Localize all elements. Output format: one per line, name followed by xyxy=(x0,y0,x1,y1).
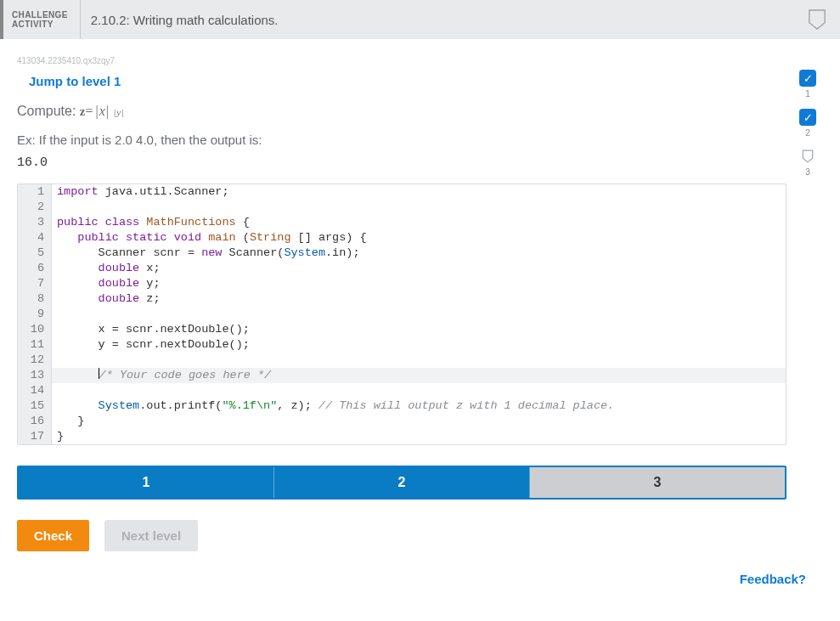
example-output: 16.0 xyxy=(17,155,823,170)
button-row: Check Next level xyxy=(17,520,823,551)
code-line[interactable]: 7 double y; xyxy=(18,276,786,291)
line-number: 6 xyxy=(18,261,52,276)
line-number: 5 xyxy=(18,246,52,261)
meta-id: 413034.2235410.qx3zqy7 xyxy=(17,56,823,65)
code-content[interactable]: double x; xyxy=(52,261,786,276)
code-content[interactable] xyxy=(52,200,786,215)
code-content[interactable]: System.out.printf("%.1f\n", z); // This … xyxy=(52,398,786,414)
abs-x: x xyxy=(95,104,110,119)
code-content[interactable] xyxy=(52,353,786,368)
status-item: 3 xyxy=(799,148,816,177)
exponent: y xyxy=(111,107,126,117)
code-content[interactable]: double y; xyxy=(52,276,786,291)
jump-to-level-link[interactable]: Jump to level 1 xyxy=(29,74,121,88)
line-number: 17 xyxy=(18,429,52,444)
line-number: 10 xyxy=(18,322,52,337)
line-number: 7 xyxy=(18,276,52,291)
code-content[interactable] xyxy=(52,307,786,322)
status-item: ✓1 xyxy=(799,70,816,99)
activity-header: CHALLENGE ACTIVITY 2.10.2: Writing math … xyxy=(0,0,840,39)
line-number: 3 xyxy=(18,215,52,230)
code-line[interactable]: 15 System.out.printf("%.1f\n", z); // Th… xyxy=(18,398,786,414)
line-number: 4 xyxy=(18,230,52,246)
line-number: 16 xyxy=(18,414,52,429)
content-area: ✓1✓23 413034.2235410.qx3zqy7 Jump to lev… xyxy=(0,39,840,604)
prompt-prefix: Compute: xyxy=(17,104,80,118)
example-description: Ex: If the input is 2.0 4.0, then the ou… xyxy=(17,133,823,147)
code-content[interactable] xyxy=(52,383,786,398)
feedback-row: Feedback? xyxy=(17,572,823,587)
line-number: 2 xyxy=(18,200,52,215)
code-line[interactable]: 17} xyxy=(18,429,786,444)
var-z: z xyxy=(80,104,86,119)
status-number: 2 xyxy=(805,128,810,138)
line-number: 12 xyxy=(18,353,52,368)
code-line[interactable]: 10 x = scnr.nextDouble(); xyxy=(18,322,786,337)
line-number: 13 xyxy=(18,368,52,383)
level-selector: 123 xyxy=(17,466,786,500)
code-content[interactable]: } xyxy=(52,429,786,444)
code-content[interactable]: public static void main (String [] args)… xyxy=(52,230,786,246)
code-line[interactable]: 16 } xyxy=(18,414,786,429)
code-content[interactable]: /* Your code goes here */ xyxy=(52,368,786,383)
next-level-button: Next level xyxy=(104,520,198,551)
code-line[interactable]: 13 /* Your code goes here */ xyxy=(18,368,786,383)
code-content[interactable]: x = scnr.nextDouble(); xyxy=(52,322,786,337)
code-line[interactable]: 9 xyxy=(18,307,786,322)
code-editor[interactable]: 1import java.util.Scanner;23public class… xyxy=(17,183,786,445)
line-number: 15 xyxy=(18,398,52,414)
check-icon: ✓ xyxy=(799,109,816,126)
feedback-link[interactable]: Feedback? xyxy=(740,572,806,586)
spacer xyxy=(289,0,809,39)
code-line[interactable]: 3public class MathFunctions { xyxy=(18,215,786,230)
math-expression: z = x y xyxy=(80,104,127,119)
code-content[interactable]: y = scnr.nextDouble(); xyxy=(52,337,786,353)
code-content[interactable]: } xyxy=(52,414,786,429)
shield-icon xyxy=(799,148,816,165)
label-line2: ACTIVITY xyxy=(12,20,68,29)
code-content[interactable]: Scanner scnr = new Scanner(System.in); xyxy=(52,246,786,261)
activity-type-label: CHALLENGE ACTIVITY xyxy=(3,0,81,39)
code-content[interactable]: double z; xyxy=(52,291,786,307)
line-number: 8 xyxy=(18,291,52,307)
code-line[interactable]: 1import java.util.Scanner; xyxy=(18,184,786,200)
shield-icon xyxy=(808,8,826,31)
code-line[interactable]: 12 xyxy=(18,353,786,368)
check-button[interactable]: Check xyxy=(17,520,89,551)
code-content[interactable]: import java.util.Scanner; xyxy=(52,184,786,200)
status-item: ✓2 xyxy=(799,109,816,138)
check-icon: ✓ xyxy=(799,70,816,87)
level-tab-3[interactable]: 3 xyxy=(530,467,785,498)
code-line[interactable]: 14 xyxy=(18,383,786,398)
line-number: 1 xyxy=(18,184,52,200)
label-line1: CHALLENGE xyxy=(12,10,68,20)
activity-title: 2.10.2: Writing math calculations. xyxy=(81,0,289,39)
code-line[interactable]: 4 public static void main (String [] arg… xyxy=(18,230,786,246)
line-number: 14 xyxy=(18,383,52,398)
code-line[interactable]: 2 xyxy=(18,200,786,215)
level-status-sidebar: ✓1✓23 xyxy=(799,70,816,185)
code-line[interactable]: 11 y = scnr.nextDouble(); xyxy=(18,337,786,353)
line-number: 9 xyxy=(18,307,52,322)
status-number: 1 xyxy=(805,89,810,99)
line-number: 11 xyxy=(18,337,52,353)
code-content[interactable]: public class MathFunctions { xyxy=(52,215,786,230)
level-tab-2[interactable]: 2 xyxy=(274,467,530,498)
code-line[interactable]: 6 double x; xyxy=(18,261,786,276)
level-tab-1[interactable]: 1 xyxy=(19,467,274,498)
prompt-text: Compute: z = x y xyxy=(17,104,823,119)
code-line[interactable]: 8 double z; xyxy=(18,291,786,307)
equals: = xyxy=(85,104,93,119)
status-number: 3 xyxy=(805,167,810,177)
code-line[interactable]: 5 Scanner scnr = new Scanner(System.in); xyxy=(18,246,786,261)
